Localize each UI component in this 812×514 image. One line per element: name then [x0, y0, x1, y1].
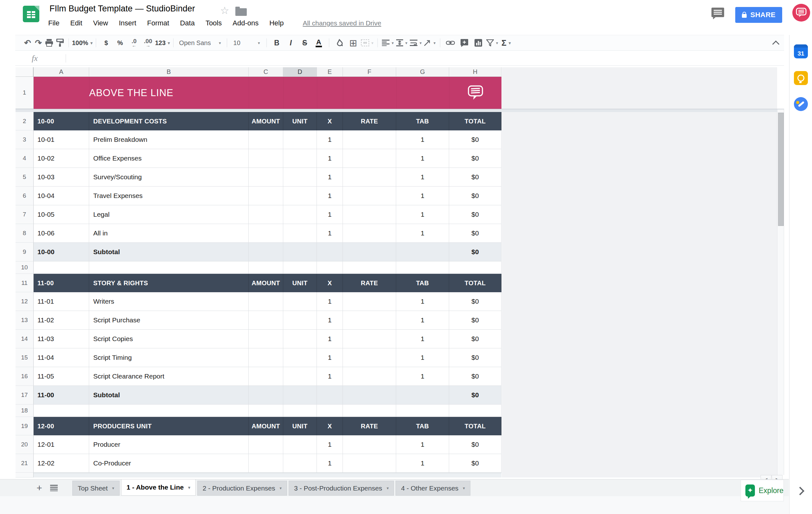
cell-D6[interactable]	[283, 187, 317, 205]
cell-C2[interactable]: AMOUNT	[249, 112, 283, 131]
cell-H20[interactable]: $0	[449, 435, 501, 454]
cell-B14[interactable]: Script Copies	[89, 330, 249, 348]
collapse-toolbar-button[interactable]	[769, 37, 783, 49]
row-header-1[interactable]: 1	[16, 77, 34, 109]
chevron-down-icon[interactable]: ▾	[188, 485, 190, 490]
cell-F15[interactable]	[343, 348, 396, 367]
cell-D9[interactable]	[283, 243, 317, 261]
cell-H13[interactable]: $0	[449, 311, 501, 330]
cell-A9[interactable]: 10-00	[34, 243, 89, 261]
cell-B18[interactable]	[89, 404, 249, 417]
cell-B21[interactable]: Co-Producer	[89, 454, 249, 473]
select-all-corner[interactable]	[16, 67, 34, 77]
filter-button[interactable]: ▾	[485, 36, 499, 49]
cell-C7[interactable]	[249, 205, 283, 224]
sheet-tab-4[interactable]: 3 - Post-Production Expenses▾	[289, 481, 394, 495]
cell-H3[interactable]: $0	[449, 131, 501, 149]
cell-B17[interactable]: Subtotal	[89, 386, 249, 404]
column-header-F[interactable]: F	[343, 67, 396, 77]
cell-C14[interactable]	[249, 330, 283, 348]
frozen-row-divider[interactable]	[16, 109, 784, 112]
cell-D10[interactable]	[283, 261, 317, 274]
row-header-19[interactable]: 19	[16, 417, 34, 435]
row-header-17[interactable]: 17	[16, 386, 34, 404]
menu-addons[interactable]: Add-ons	[232, 19, 259, 27]
cell-A10[interactable]	[34, 261, 89, 274]
cell-E2[interactable]: X	[317, 112, 343, 131]
document-title[interactable]: FIlm Budget Template — StudioBinder	[50, 4, 195, 13]
cell-F21[interactable]	[343, 454, 396, 473]
cell-G17[interactable]	[396, 386, 449, 404]
more-formats-button[interactable]: 123▾	[155, 36, 170, 49]
cell-C11[interactable]: AMOUNT	[249, 274, 283, 292]
menu-help[interactable]: Help	[269, 19, 284, 27]
cell-A7[interactable]: 10-05	[34, 205, 89, 224]
cell-B3[interactable]: Prelim Breakdown	[89, 131, 249, 149]
cell-D17[interactable]	[283, 386, 317, 404]
cell-A4[interactable]: 10-02	[34, 149, 89, 168]
comment-history-icon[interactable]	[711, 7, 724, 20]
cell-F20[interactable]	[343, 435, 396, 454]
row-header-14[interactable]: 14	[16, 330, 34, 348]
cell-B10[interactable]	[89, 261, 249, 274]
row-header-21[interactable]: 21	[16, 454, 34, 473]
cell-E20[interactable]: 1	[317, 435, 343, 454]
cell-C15[interactable]	[249, 348, 283, 367]
cell-H9[interactable]: $0	[449, 243, 501, 261]
row-header-15[interactable]: 15	[16, 348, 34, 367]
cell-A14[interactable]: 11-03	[34, 330, 89, 348]
cell-D4[interactable]	[283, 149, 317, 168]
add-sheet-button[interactable]: +	[33, 482, 46, 494]
cell-A13[interactable]: 11-02	[34, 311, 89, 330]
cell-D3[interactable]	[283, 131, 317, 149]
cell-A12[interactable]: 11-01	[34, 292, 89, 311]
cell-G3[interactable]: 1	[396, 131, 449, 149]
cell-F8[interactable]	[343, 224, 396, 243]
cell-F9[interactable]	[343, 243, 396, 261]
cell-C17[interactable]	[249, 386, 283, 404]
cell-D16[interactable]	[283, 367, 317, 386]
cell-H10[interactable]	[449, 261, 501, 274]
cell-D14[interactable]	[283, 330, 317, 348]
cell-H14[interactable]: $0	[449, 330, 501, 348]
cell-D15[interactable]	[283, 348, 317, 367]
cell-B7[interactable]: Legal	[89, 205, 249, 224]
sheet-tab-5[interactable]: 4 - Other Expenses▾	[396, 481, 470, 495]
calendar-icon[interactable]: 31	[794, 45, 808, 58]
column-header-G[interactable]: G	[396, 67, 449, 77]
cell-E9[interactable]	[317, 243, 343, 261]
chevron-down-icon[interactable]: ▾	[280, 486, 282, 490]
cell-C8[interactable]	[249, 224, 283, 243]
menu-tools[interactable]: Tools	[206, 19, 222, 27]
cell-D21[interactable]	[283, 454, 317, 473]
cell-A15[interactable]: 11-04	[34, 348, 89, 367]
cell-H4[interactable]: $0	[449, 149, 501, 168]
cell-A2[interactable]: 10-00	[34, 112, 89, 131]
tasks-icon[interactable]	[794, 97, 808, 111]
cell-C4[interactable]	[249, 149, 283, 168]
cell-D8[interactable]	[283, 224, 317, 243]
row-header-9[interactable]: 9	[16, 243, 34, 261]
cell-C3[interactable]	[249, 131, 283, 149]
cell-B12[interactable]: Writers	[89, 292, 249, 311]
cell-C19[interactable]: AMOUNT	[249, 417, 283, 435]
cell-E5[interactable]: 1	[317, 168, 343, 187]
row-header-12[interactable]: 12	[16, 292, 34, 311]
cell-A3[interactable]: 10-01	[34, 131, 89, 149]
cell-G6[interactable]: 1	[396, 187, 449, 205]
row-header-11[interactable]: 11	[16, 274, 34, 292]
insert-link-button[interactable]	[443, 36, 457, 49]
redo-button[interactable]: ↷	[33, 36, 44, 49]
undo-button[interactable]: ↶	[22, 36, 33, 49]
cell-C16[interactable]	[249, 367, 283, 386]
column-header-B[interactable]: B	[89, 67, 249, 77]
cell-D12[interactable]	[283, 292, 317, 311]
cell-B6[interactable]: Travel Expenses	[89, 187, 249, 205]
cell-G18[interactable]	[396, 404, 449, 417]
text-wrap-button[interactable]: ▾	[409, 36, 423, 49]
cell-A18[interactable]	[34, 404, 89, 417]
cell-B19[interactable]: PRODUCERS UNIT	[89, 417, 249, 435]
studiobinder-avatar[interactable]	[792, 4, 810, 22]
keep-icon[interactable]	[794, 71, 808, 85]
row-header-7[interactable]: 7	[16, 205, 34, 224]
